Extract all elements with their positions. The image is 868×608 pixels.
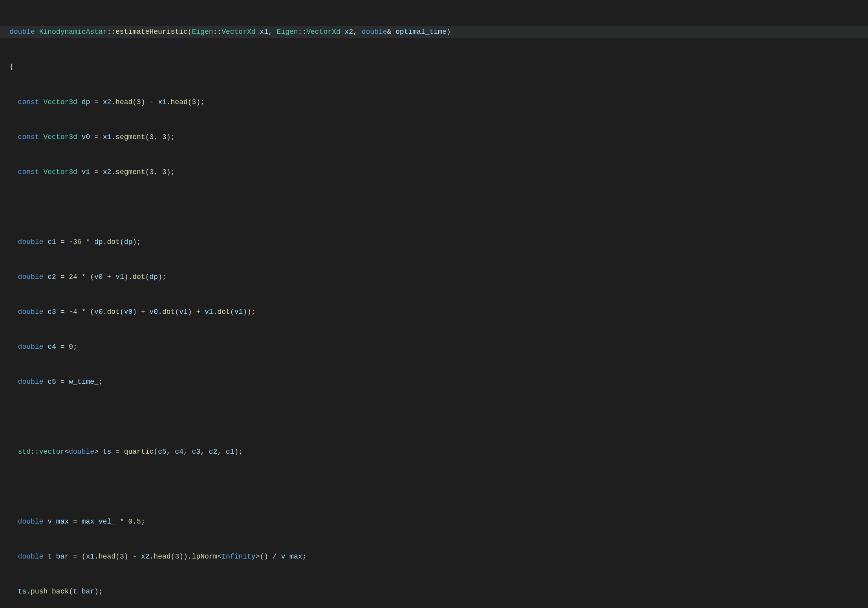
code-line: ts.push_back(t_bar); [0,586,868,598]
code-line: double c2 = 24 * (v0 + v1).dot(dp); [0,271,868,283]
code-line: const Vector3d dp = x2.head(3) - x1.head… [0,97,868,108]
keyword-token: double [9,28,35,36]
code-line: double v_max = max_vel_ * 0.5; [0,516,868,528]
code-line: double c4 = 0; [0,341,868,353]
code-line: double c3 = -4 * (v0.dot(v0) + v0.dot(v1… [0,306,868,318]
code-line: const Vector3d v0 = x1.segment(3, 3); [0,132,868,143]
code-line [0,411,868,423]
code-line: double c5 = w_time_; [0,376,868,388]
code-line: { [0,61,868,73]
code-line: double c1 = -36 * dp.dot(dp); [0,236,868,248]
code-line: const Vector3d v1 = x2.segment(3, 3); [0,167,868,178]
code-line: std::vector<double> ts = quartic(c5, c4,… [0,446,868,458]
code-editor[interactable]: double KinodynamicAstar::estimateHeurist… [0,0,868,608]
code-line [0,201,868,213]
code-line [0,481,868,493]
function-name-token: estimateHeuristic [115,28,188,36]
namespace-token: KinodynamicAstar [39,28,107,36]
code-line: double KinodynamicAstar::estimateHeurist… [0,26,868,38]
code-line: double t_bar = (x1.head(3) - x2.head(3))… [0,551,868,563]
